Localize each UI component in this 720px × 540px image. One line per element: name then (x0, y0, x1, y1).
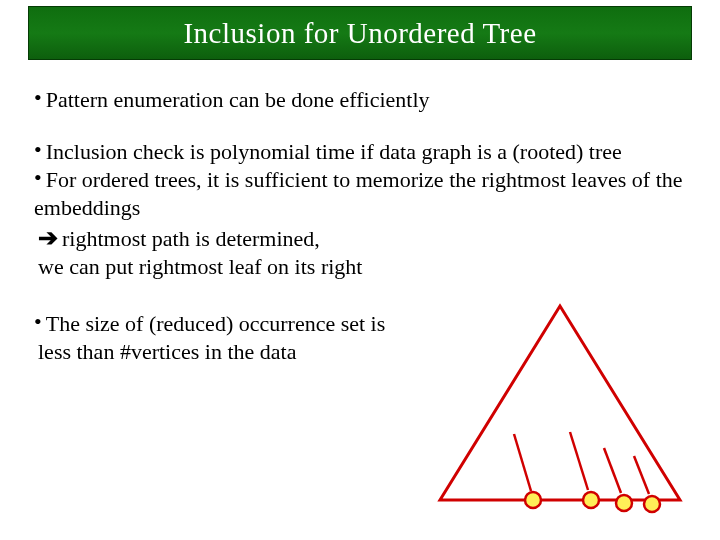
paragraph-2: •Inclusion check is polynomial time if d… (34, 138, 684, 281)
slide-title: Inclusion for Unordered Tree (183, 17, 536, 50)
svg-line-1 (570, 432, 588, 490)
text-p1: Pattern enumeration can be done efficien… (46, 87, 430, 112)
triangle-icon (440, 306, 680, 500)
title-bar: Inclusion for Unordered Tree (28, 6, 692, 60)
text-p3b: less than #vertices in the data (38, 339, 296, 364)
text-p2b: For ordered trees, it is sufficient to m… (34, 167, 683, 220)
node-icon (583, 492, 599, 508)
node-icon (644, 496, 660, 512)
text-p2a: Inclusion check is polynomial time if da… (46, 139, 622, 164)
text-p2d: we can put rightmost leaf on its right (38, 254, 362, 279)
bullet-icon: • (34, 308, 42, 336)
bullet-icon: • (34, 164, 42, 192)
slide: Inclusion for Unordered Tree •Pattern en… (0, 0, 720, 540)
tree-diagram (430, 300, 690, 520)
paragraph-1: •Pattern enumeration can be done efficie… (34, 86, 684, 114)
bullet-icon: • (34, 84, 42, 112)
text-p3a: The size of (reduced) occurrence set is (46, 311, 386, 336)
svg-line-2 (604, 448, 621, 493)
node-icon (525, 492, 541, 508)
svg-line-3 (634, 456, 649, 494)
bullet-icon: • (34, 136, 42, 164)
arrow-icon: ➔ (38, 225, 58, 251)
svg-line-0 (514, 434, 531, 491)
node-icon (616, 495, 632, 511)
text-p2c: rightmost path is determined, (62, 226, 320, 251)
